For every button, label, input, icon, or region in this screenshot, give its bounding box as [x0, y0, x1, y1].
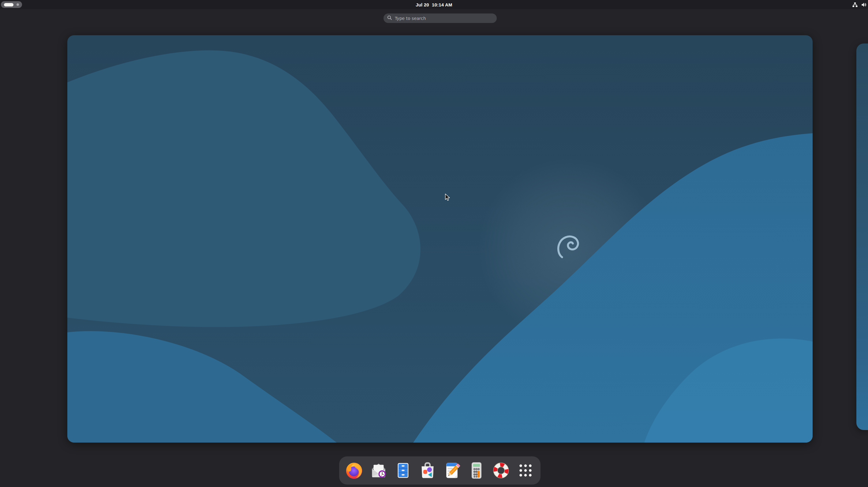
software-icon — [418, 461, 437, 480]
files-icon — [394, 461, 412, 480]
dock-item-firefox[interactable] — [344, 461, 364, 480]
dock-item-show-apps[interactable] — [516, 461, 535, 480]
workspace-dot — [17, 3, 19, 6]
search-icon — [387, 15, 392, 22]
gnome-activities-overview: { "top_bar": { "date": "Jul 20", "time":… — [0, 0, 868, 487]
clock-menu-button[interactable]: Jul 20 10:14 AM — [416, 0, 452, 9]
evolution-icon — [369, 461, 388, 480]
system-status-area[interactable] — [851, 0, 867, 9]
calculator-icon — [467, 461, 486, 480]
dash-dock — [339, 456, 540, 485]
dock-item-files[interactable] — [393, 461, 413, 480]
dock-item-calculator[interactable] — [467, 461, 486, 480]
clock-time: 10:14 AM — [432, 2, 452, 7]
dock-item-software[interactable] — [418, 461, 437, 480]
workspace-thumbnail-next-partial[interactable] — [856, 44, 868, 430]
firefox-icon — [345, 461, 364, 480]
search-input[interactable] — [395, 16, 493, 21]
dock-item-evolution[interactable] — [369, 461, 389, 480]
workspace-indicator[interactable] — [1, 1, 22, 8]
dock-item-text-editor[interactable] — [442, 461, 462, 480]
help-icon — [492, 461, 510, 480]
search-bar — [383, 13, 497, 23]
dock-item-help[interactable] — [491, 461, 511, 480]
network-wired-icon — [852, 2, 858, 8]
text-editor-icon — [442, 461, 462, 480]
clock-date: Jul 20 — [416, 2, 429, 7]
top-bar: Jul 20 10:14 AM — [0, 0, 868, 9]
show-apps-icon — [516, 461, 535, 480]
debian-wallpaper — [67, 35, 813, 442]
volume-icon — [861, 2, 867, 8]
workspace-thumbnail-active[interactable] — [67, 35, 813, 442]
workspace-pill-active — [4, 3, 13, 6]
